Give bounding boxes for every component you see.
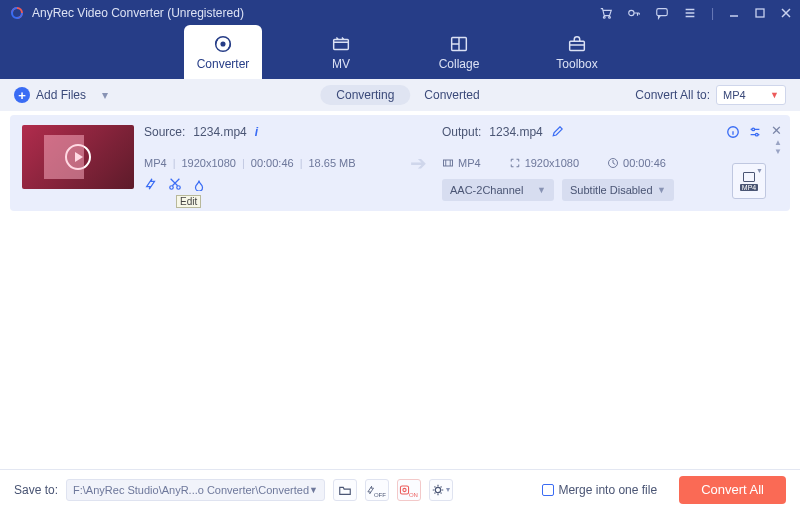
svg-point-0 bbox=[603, 16, 605, 18]
svg-point-1 bbox=[609, 16, 611, 18]
tab-converter[interactable]: Converter bbox=[184, 25, 262, 79]
svg-rect-3 bbox=[657, 8, 668, 15]
chevron-down-icon[interactable]: ▾ bbox=[102, 88, 108, 102]
info-icon[interactable]: i bbox=[255, 125, 258, 139]
source-column: Source: 1234.mp4 i MP4| 1920x1080| 00:00… bbox=[144, 125, 394, 191]
subtitle-select[interactable]: Subtitle Disabled ▼ bbox=[562, 179, 674, 201]
window-title: AnyRec Video Converter (Unregistered) bbox=[32, 6, 599, 20]
edit-name-icon[interactable] bbox=[551, 126, 563, 138]
maximize-button[interactable] bbox=[754, 7, 766, 19]
svg-point-15 bbox=[752, 128, 755, 131]
feedback-icon[interactable] bbox=[655, 6, 669, 20]
app-logo-icon bbox=[8, 4, 26, 22]
file-list: Source: 1234.mp4 i MP4| 1920x1080| 00:00… bbox=[0, 111, 800, 469]
cut-icon[interactable] bbox=[168, 177, 182, 191]
source-label: Source: bbox=[144, 125, 185, 139]
video-icon bbox=[442, 157, 454, 169]
enhance-icon[interactable] bbox=[192, 177, 206, 191]
video-thumbnail[interactable] bbox=[22, 125, 134, 189]
source-resolution: 1920x1080 bbox=[181, 157, 235, 169]
chevron-down-icon: ▼ bbox=[537, 185, 546, 195]
audio-track-select[interactable]: AAC-2Channel ▼ bbox=[442, 179, 554, 201]
svg-point-19 bbox=[436, 487, 441, 492]
menu-icon[interactable] bbox=[683, 6, 697, 20]
converter-icon bbox=[212, 33, 234, 55]
source-filename: 1234.mp4 bbox=[193, 125, 246, 139]
svg-point-6 bbox=[221, 42, 225, 46]
format-icon bbox=[743, 172, 755, 182]
edit-tooltip: Edit bbox=[176, 195, 201, 208]
select-value: AAC-2Channel bbox=[450, 184, 523, 196]
close-button[interactable] bbox=[780, 7, 792, 19]
file-item: Source: 1234.mp4 i MP4| 1920x1080| 00:00… bbox=[10, 115, 790, 211]
output-filename: 1234.mp4 bbox=[489, 125, 542, 139]
sub-toolbar: + Add Files ▾ Converting Converted Conve… bbox=[0, 79, 800, 111]
toolbox-icon bbox=[566, 33, 588, 55]
svg-point-11 bbox=[177, 186, 181, 190]
subtab-converting[interactable]: Converting bbox=[320, 85, 410, 105]
move-up-icon[interactable]: ▲ bbox=[774, 139, 782, 147]
select-value: MP4 bbox=[723, 89, 746, 101]
chevron-down-icon: ▼ bbox=[756, 167, 763, 174]
select-value: Subtitle Disabled bbox=[570, 184, 653, 196]
merge-label: Merge into one file bbox=[558, 483, 657, 497]
tab-collage[interactable]: Collage bbox=[420, 25, 498, 79]
svg-point-2 bbox=[629, 10, 634, 15]
output-format-button[interactable]: ▼ MP4 bbox=[732, 163, 766, 199]
move-down-icon[interactable]: ▼ bbox=[774, 148, 782, 156]
module-tabs: Converter MV Collage Toolbox bbox=[0, 25, 800, 79]
convert-all-to-label: Convert All to: bbox=[635, 88, 710, 102]
tab-label: Converter bbox=[197, 57, 250, 71]
chevron-down-icon: ▼ bbox=[770, 90, 779, 100]
tab-label: MV bbox=[332, 57, 350, 71]
subtab-converted[interactable]: Converted bbox=[424, 88, 479, 102]
tab-label: Collage bbox=[439, 57, 480, 71]
source-duration: 00:00:46 bbox=[251, 157, 294, 169]
svg-rect-7 bbox=[334, 39, 349, 49]
format-badge: MP4 bbox=[740, 184, 758, 191]
convert-all-button[interactable]: Convert All bbox=[679, 476, 786, 504]
output-label: Output: bbox=[442, 125, 481, 139]
chevron-down-icon: ▼ bbox=[657, 185, 666, 195]
register-key-icon[interactable] bbox=[627, 6, 641, 20]
output-resolution: 1920x1080 bbox=[525, 157, 579, 169]
gpu-accel-button[interactable]: ON bbox=[397, 479, 421, 501]
convert-all-format-select[interactable]: MP4 ▼ bbox=[716, 85, 786, 105]
svg-point-16 bbox=[755, 133, 758, 136]
settings-icon[interactable] bbox=[748, 125, 762, 139]
open-folder-button[interactable] bbox=[333, 479, 357, 501]
convert-all-label: Convert All bbox=[701, 482, 764, 497]
add-files-button[interactable]: + Add Files ▾ bbox=[14, 87, 108, 103]
tab-toolbox[interactable]: Toolbox bbox=[538, 25, 616, 79]
chevron-down-icon: ▼ bbox=[309, 485, 318, 495]
mv-icon bbox=[330, 33, 352, 55]
bottom-bar: Save to: F:\AnyRec Studio\AnyR...o Conve… bbox=[0, 469, 800, 509]
svg-point-18 bbox=[403, 488, 406, 491]
plus-icon: + bbox=[14, 87, 30, 103]
svg-rect-17 bbox=[400, 485, 408, 493]
save-to-label: Save to: bbox=[14, 483, 58, 497]
minimize-button[interactable] bbox=[728, 7, 740, 19]
purchase-icon[interactable] bbox=[599, 6, 613, 20]
remove-item-button[interactable]: ✕ bbox=[771, 123, 782, 138]
source-size: 18.65 MB bbox=[308, 157, 355, 169]
title-bar: AnyRec Video Converter (Unregistered) | bbox=[0, 0, 800, 25]
task-settings-button[interactable]: ▾ bbox=[429, 479, 453, 501]
save-path-select[interactable]: F:\AnyRec Studio\AnyR...o Converter\Conv… bbox=[66, 479, 325, 501]
tab-mv[interactable]: MV bbox=[302, 25, 380, 79]
save-path-value: F:\AnyRec Studio\AnyR...o Converter\Conv… bbox=[73, 484, 309, 496]
media-info-icon[interactable] bbox=[726, 125, 740, 139]
svg-rect-9 bbox=[570, 41, 585, 50]
hardware-accel-button[interactable]: OFF bbox=[365, 479, 389, 501]
compress-icon[interactable] bbox=[144, 177, 158, 191]
source-format: MP4 bbox=[144, 157, 167, 169]
merge-checkbox[interactable] bbox=[542, 484, 554, 496]
output-duration: 00:00:46 bbox=[623, 157, 666, 169]
svg-point-10 bbox=[170, 186, 174, 190]
output-format: MP4 bbox=[458, 157, 481, 169]
arrow-right-icon: ➔ bbox=[404, 151, 432, 175]
resolution-icon bbox=[509, 157, 521, 169]
play-icon bbox=[65, 144, 91, 170]
add-files-label: Add Files bbox=[36, 88, 86, 102]
svg-rect-12 bbox=[444, 160, 453, 166]
